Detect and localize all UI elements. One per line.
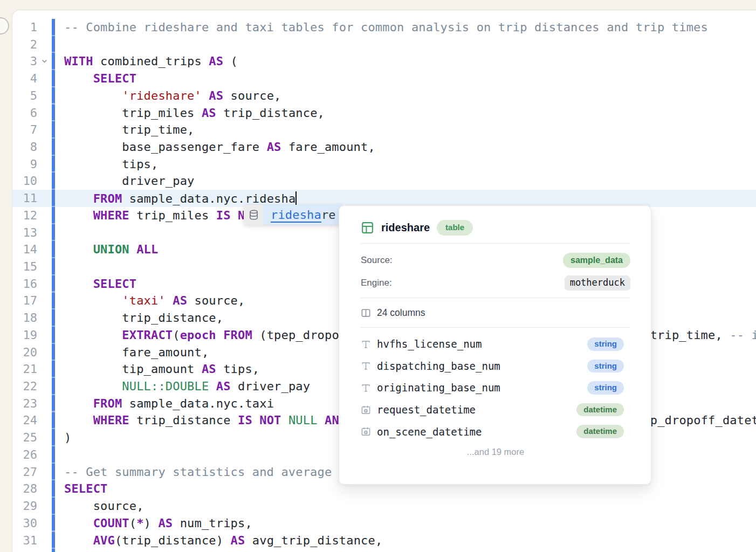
code-line[interactable]: 4 SELECT [12, 70, 756, 87]
line-number: 15 [12, 260, 37, 273]
line-number: 31 [12, 534, 37, 547]
calendar-clock-icon [361, 426, 377, 437]
calendar-clock-icon [361, 405, 377, 415]
column-name: dispatching_base_num [377, 360, 500, 372]
line-number: 21 [12, 362, 37, 376]
line-number: 28 [12, 482, 37, 495]
database-icon [244, 205, 263, 225]
table-info-header: rideshare table [361, 206, 630, 244]
line-number: 13 [12, 226, 37, 239]
fold-chevron-icon[interactable] [37, 57, 51, 65]
code-text: tips, [51, 157, 158, 171]
line-number: 22 [12, 380, 37, 393]
code-text: WITH combined_trips AS ( [51, 54, 238, 68]
table-info-card: rideshare table Source:sample_dataEngine… [339, 205, 651, 485]
autocomplete-popup[interactable]: rideshare [244, 205, 343, 225]
code-line[interactable]: 30 COUNT(*) AS num_trips, [12, 514, 756, 532]
columns-count: 24 columns [377, 307, 425, 319]
code-line[interactable]: 32 AVG(trip_time) AS avg_trip_time, [12, 549, 756, 552]
code-text: FROM sample_data.nyc.taxi [51, 397, 274, 410]
line-number: 12 [12, 209, 37, 222]
line-number: 23 [12, 397, 37, 410]
code-line[interactable]: 29 source, [12, 498, 756, 515]
text-cursor [295, 191, 297, 205]
meta-row: Source:sample_data [361, 249, 630, 272]
line-number: 20 [12, 346, 37, 359]
line-number: 25 [12, 431, 37, 444]
column-type-badge: datetime [576, 403, 624, 417]
line-number: 24 [12, 413, 37, 427]
code-line[interactable]: 11 FROM sample_data.nyc.ridesha [12, 190, 756, 207]
column-row[interactable]: on_scene_datetimedatetime [361, 420, 630, 443]
table-name: rideshare [381, 222, 430, 234]
code-line[interactable]: 10 driver_pay [12, 172, 756, 190]
column-row[interactable]: dispatching_base_numstring [361, 355, 630, 377]
text-type-icon [361, 383, 377, 393]
line-number: 18 [12, 311, 37, 325]
line-number: 2 [12, 38, 37, 51]
code-line[interactable]: 7 trip_time, [12, 121, 756, 139]
column-row[interactable]: request_datetimedatetime [361, 399, 630, 421]
code-line[interactable]: 9 tips, [12, 155, 756, 172]
code-text: SELECT [51, 277, 136, 291]
line-number: 1 [12, 20, 37, 34]
table-kind-badge: table [437, 220, 473, 236]
column-type-badge: string [587, 360, 624, 373]
meta-label: Source: [361, 255, 393, 266]
code-text: source, [51, 499, 144, 513]
code-text: tip_amount AS tips, [51, 362, 259, 376]
code-line[interactable]: 5 'rideshare' AS source, [12, 87, 756, 104]
code-line[interactable]: 1-- Combine rideshare and taxi tables fo… [12, 19, 756, 36]
code-text: trip_distance, [51, 311, 223, 325]
suggestion-item[interactable]: rideshare [263, 205, 343, 225]
code-text: NULL::DOUBLE AS driver_pay [51, 380, 310, 393]
text-type-icon [361, 339, 377, 349]
code-line[interactable]: 3WITH combined_trips AS ( [12, 53, 756, 70]
columns-summary: 24 columns [361, 298, 630, 328]
line-number: 5 [12, 89, 37, 102]
code-line[interactable]: 31 AVG(trip_distance) AS avg_trip_distan… [12, 532, 756, 549]
code-text: AVG(trip_distance) AS avg_trip_distance, [51, 534, 382, 547]
line-number: 4 [12, 72, 37, 85]
line-number: 26 [12, 448, 37, 461]
left-edge-button[interactable] [0, 17, 9, 34]
table-icon [361, 221, 374, 234]
line-number: 9 [12, 157, 37, 171]
line-number: 10 [12, 174, 37, 188]
line-number: 19 [12, 328, 37, 342]
line-number: 29 [12, 499, 37, 513]
code-line[interactable]: 8 base_passenger_fare AS fare_amount, [12, 139, 756, 156]
code-line[interactable]: 6 trip_miles AS trip_distance, [12, 104, 756, 121]
code-text: SELECT [51, 482, 108, 495]
line-number: 17 [12, 294, 37, 307]
columns-icon [361, 308, 371, 318]
code-text: -- Combine rideshare and taxi tables for… [51, 20, 708, 34]
column-type-badge: string [587, 337, 624, 351]
code-text: COUNT(*) AS num_trips, [51, 516, 252, 530]
code-text: 'rideshare' AS source, [51, 89, 281, 102]
columns-list: hvfhs_license_numstringdispatching_base_… [361, 328, 630, 443]
code-text: trip_time, [51, 123, 194, 136]
column-name: hvfhs_license_num [377, 338, 482, 350]
suggestion-match: ridesha [271, 208, 321, 222]
code-line[interactable]: 2 [12, 36, 756, 53]
column-row[interactable]: hvfhs_license_numstring [361, 333, 630, 355]
code-text: fare_amount, [51, 346, 209, 359]
line-number: 27 [12, 465, 37, 479]
more-columns-label: ...and 19 more [361, 447, 630, 457]
code-text: trip_miles AS trip_distance, [51, 106, 325, 120]
line-number: 3 [12, 54, 37, 68]
line-number: 30 [12, 516, 37, 530]
suggestion-rest: re [321, 208, 336, 222]
meta-row: Engine:motherduck [361, 272, 630, 294]
meta-value-badge: sample_data [563, 253, 630, 268]
line-number: 8 [12, 140, 37, 154]
meta-value-badge: motherduck [565, 275, 630, 290]
text-type-icon [361, 361, 377, 371]
line-number: 14 [12, 243, 37, 256]
line-number: 7 [12, 123, 37, 136]
code-text: 'taxi' AS source, [51, 294, 245, 307]
column-row[interactable]: originating_base_numstring [361, 377, 630, 399]
code-text: FROM sample_data.nyc.ridesha [51, 191, 297, 205]
code-text: SELECT [51, 72, 136, 85]
